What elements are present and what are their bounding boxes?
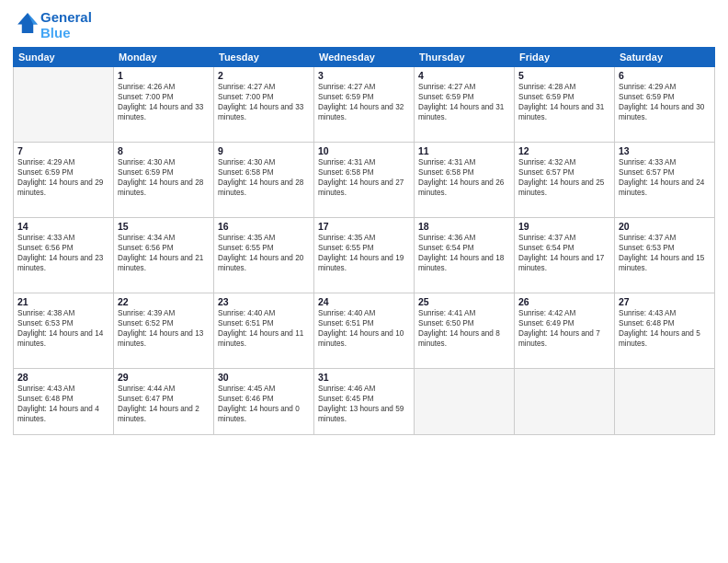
- calendar-day-cell: 14Sunrise: 4:33 AMSunset: 6:56 PMDayligh…: [14, 217, 114, 293]
- calendar-day-cell: 10Sunrise: 4:31 AMSunset: 6:58 PMDayligh…: [314, 142, 415, 217]
- day-info: Sunrise: 4:44 AMSunset: 6:47 PMDaylight:…: [118, 384, 210, 424]
- day-number: 14: [17, 221, 109, 232]
- calendar-week-row: 1Sunrise: 4:26 AMSunset: 7:00 PMDaylight…: [14, 66, 715, 142]
- calendar-day-cell: 9Sunrise: 4:30 AMSunset: 6:58 PMDaylight…: [214, 142, 314, 217]
- calendar-day-cell: 16Sunrise: 4:35 AMSunset: 6:55 PMDayligh…: [214, 217, 314, 293]
- day-number: 23: [218, 296, 310, 307]
- calendar-day-cell: 5Sunrise: 4:28 AMSunset: 6:59 PMDaylight…: [515, 66, 615, 142]
- calendar-header-monday: Monday: [114, 47, 214, 66]
- day-number: 11: [418, 145, 510, 156]
- day-info: Sunrise: 4:29 AMSunset: 6:59 PMDaylight:…: [17, 157, 109, 198]
- day-info: Sunrise: 4:33 AMSunset: 6:57 PMDaylight:…: [619, 157, 711, 198]
- calendar-day-cell: 8Sunrise: 4:30 AMSunset: 6:59 PMDaylight…: [114, 142, 214, 217]
- day-number: 6: [619, 70, 711, 81]
- day-number: 25: [418, 296, 510, 307]
- day-number: 29: [118, 372, 210, 383]
- day-number: 1: [118, 70, 210, 81]
- calendar-day-cell: 17Sunrise: 4:35 AMSunset: 6:55 PMDayligh…: [314, 217, 415, 293]
- page: General Blue SundayMondayTuesdayWednesda…: [0, 0, 728, 563]
- day-number: 20: [619, 221, 711, 232]
- calendar-day-cell: 15Sunrise: 4:34 AMSunset: 6:56 PMDayligh…: [114, 217, 214, 293]
- day-number: 7: [17, 145, 109, 156]
- logo-icon: [15, 10, 40, 36]
- calendar-day-cell: 22Sunrise: 4:39 AMSunset: 6:52 PMDayligh…: [114, 293, 214, 368]
- day-info: Sunrise: 4:43 AMSunset: 6:48 PMDaylight:…: [619, 308, 711, 349]
- calendar-day-cell: [615, 368, 715, 434]
- day-info: Sunrise: 4:36 AMSunset: 6:54 PMDaylight:…: [418, 233, 510, 273]
- calendar-day-cell: 29Sunrise: 4:44 AMSunset: 6:47 PMDayligh…: [114, 368, 214, 434]
- day-info: Sunrise: 4:40 AMSunset: 6:51 PMDaylight:…: [318, 308, 410, 349]
- day-number: 4: [418, 70, 510, 81]
- calendar-day-cell: 13Sunrise: 4:33 AMSunset: 6:57 PMDayligh…: [615, 142, 715, 217]
- calendar-header-saturday: Saturday: [615, 47, 715, 66]
- calendar-day-cell: 20Sunrise: 4:37 AMSunset: 6:53 PMDayligh…: [615, 217, 715, 293]
- day-info: Sunrise: 4:41 AMSunset: 6:50 PMDaylight:…: [418, 308, 510, 349]
- day-info: Sunrise: 4:37 AMSunset: 6:53 PMDaylight:…: [619, 233, 711, 273]
- day-info: Sunrise: 4:31 AMSunset: 6:58 PMDaylight:…: [418, 157, 510, 198]
- calendar-day-cell: 30Sunrise: 4:45 AMSunset: 6:46 PMDayligh…: [214, 368, 314, 434]
- calendar-header-thursday: Thursday: [415, 47, 515, 66]
- day-number: 13: [619, 145, 711, 156]
- day-info: Sunrise: 4:46 AMSunset: 6:45 PMDaylight:…: [318, 384, 410, 424]
- day-number: 12: [518, 145, 610, 156]
- day-number: 3: [318, 70, 410, 81]
- calendar-day-cell: 2Sunrise: 4:27 AMSunset: 7:00 PMDaylight…: [214, 66, 314, 142]
- day-info: Sunrise: 4:45 AMSunset: 6:46 PMDaylight:…: [218, 384, 310, 424]
- day-info: Sunrise: 4:43 AMSunset: 6:48 PMDaylight:…: [17, 384, 109, 424]
- calendar-day-cell: [415, 368, 515, 434]
- day-number: 15: [118, 221, 210, 232]
- calendar-day-cell: 21Sunrise: 4:38 AMSunset: 6:53 PMDayligh…: [14, 293, 114, 368]
- calendar-day-cell: [515, 368, 615, 434]
- calendar-day-cell: 23Sunrise: 4:40 AMSunset: 6:51 PMDayligh…: [214, 293, 314, 368]
- day-number: 28: [17, 372, 109, 383]
- day-number: 5: [518, 70, 610, 81]
- calendar-header-row: SundayMondayTuesdayWednesdayThursdayFrid…: [14, 47, 715, 66]
- day-info: Sunrise: 4:32 AMSunset: 6:57 PMDaylight:…: [518, 157, 610, 198]
- day-number: 30: [218, 372, 310, 383]
- day-number: 22: [118, 296, 210, 307]
- calendar-header-sunday: Sunday: [14, 47, 114, 66]
- day-number: 9: [218, 145, 310, 156]
- day-info: Sunrise: 4:31 AMSunset: 6:58 PMDaylight:…: [318, 157, 410, 198]
- day-number: 17: [318, 221, 410, 232]
- day-info: Sunrise: 4:29 AMSunset: 6:59 PMDaylight:…: [619, 82, 711, 122]
- calendar-day-cell: 3Sunrise: 4:27 AMSunset: 6:59 PMDaylight…: [314, 66, 415, 142]
- day-number: 16: [218, 221, 310, 232]
- header: General Blue: [13, 9, 715, 41]
- day-info: Sunrise: 4:27 AMSunset: 7:00 PMDaylight:…: [218, 82, 310, 122]
- calendar-week-row: 28Sunrise: 4:43 AMSunset: 6:48 PMDayligh…: [14, 368, 715, 434]
- calendar-day-cell: 18Sunrise: 4:36 AMSunset: 6:54 PMDayligh…: [415, 217, 515, 293]
- day-info: Sunrise: 4:26 AMSunset: 7:00 PMDaylight:…: [118, 82, 210, 122]
- day-info: Sunrise: 4:35 AMSunset: 6:55 PMDaylight:…: [218, 233, 310, 273]
- day-number: 2: [218, 70, 310, 81]
- calendar-day-cell: 31Sunrise: 4:46 AMSunset: 6:45 PMDayligh…: [314, 368, 415, 434]
- calendar-day-cell: 6Sunrise: 4:29 AMSunset: 6:59 PMDaylight…: [615, 66, 715, 142]
- day-number: 19: [518, 221, 610, 232]
- calendar-day-cell: 1Sunrise: 4:26 AMSunset: 7:00 PMDaylight…: [114, 66, 214, 142]
- day-info: Sunrise: 4:37 AMSunset: 6:54 PMDaylight:…: [518, 233, 610, 273]
- day-number: 24: [318, 296, 410, 307]
- day-info: Sunrise: 4:40 AMSunset: 6:51 PMDaylight:…: [218, 308, 310, 349]
- calendar-week-row: 21Sunrise: 4:38 AMSunset: 6:53 PMDayligh…: [14, 293, 715, 368]
- day-number: 31: [318, 372, 410, 383]
- calendar-header-tuesday: Tuesday: [214, 47, 314, 66]
- calendar-day-cell: 27Sunrise: 4:43 AMSunset: 6:48 PMDayligh…: [615, 293, 715, 368]
- day-info: Sunrise: 4:35 AMSunset: 6:55 PMDaylight:…: [318, 233, 410, 273]
- calendar-header-wednesday: Wednesday: [314, 47, 415, 66]
- calendar-day-cell: 28Sunrise: 4:43 AMSunset: 6:48 PMDayligh…: [14, 368, 114, 434]
- day-number: 8: [118, 145, 210, 156]
- logo-text: General Blue: [40, 9, 92, 41]
- day-info: Sunrise: 4:39 AMSunset: 6:52 PMDaylight:…: [118, 308, 210, 349]
- day-number: 27: [619, 296, 711, 307]
- day-info: Sunrise: 4:27 AMSunset: 6:59 PMDaylight:…: [418, 82, 510, 122]
- calendar-day-cell: 7Sunrise: 4:29 AMSunset: 6:59 PMDaylight…: [14, 142, 114, 217]
- calendar-day-cell: 4Sunrise: 4:27 AMSunset: 6:59 PMDaylight…: [415, 66, 515, 142]
- day-info: Sunrise: 4:42 AMSunset: 6:49 PMDaylight:…: [518, 308, 610, 349]
- calendar-day-cell: 26Sunrise: 4:42 AMSunset: 6:49 PMDayligh…: [515, 293, 615, 368]
- calendar-table: SundayMondayTuesdayWednesdayThursdayFrid…: [13, 47, 715, 435]
- day-info: Sunrise: 4:33 AMSunset: 6:56 PMDaylight:…: [17, 233, 109, 273]
- day-info: Sunrise: 4:30 AMSunset: 6:59 PMDaylight:…: [118, 157, 210, 198]
- calendar-day-cell: 12Sunrise: 4:32 AMSunset: 6:57 PMDayligh…: [515, 142, 615, 217]
- calendar-week-row: 7Sunrise: 4:29 AMSunset: 6:59 PMDaylight…: [14, 142, 715, 217]
- day-info: Sunrise: 4:34 AMSunset: 6:56 PMDaylight:…: [118, 233, 210, 273]
